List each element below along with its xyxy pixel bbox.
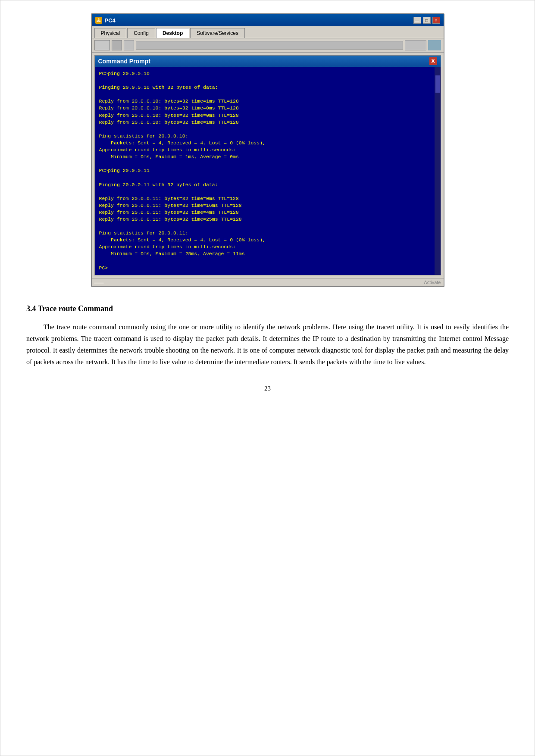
cmd-titlebar: Command Prompt X: [95, 56, 441, 67]
app-icon: 🖧: [95, 17, 102, 24]
tab-desktop[interactable]: Desktop: [156, 28, 189, 38]
tab-physical[interactable]: Physical: [94, 28, 127, 38]
statusbar-left: ——: [94, 280, 104, 285]
cmd-body: PC>ping 20.0.0.10 Pinging 20.0.0.10 with…: [95, 67, 441, 275]
toolbar-icon-2: [112, 40, 122, 50]
cmd-title: Command Prompt: [98, 58, 150, 65]
toolbar: [92, 38, 444, 53]
page-number: 23: [26, 385, 509, 392]
statusbar-right: Activate: [424, 280, 441, 285]
command-prompt-window: Command Prompt X PC>ping 20.0.0.10 Pingi…: [94, 55, 441, 275]
toolbar-icon-4: [405, 40, 426, 50]
minimize-button[interactable]: —: [413, 17, 421, 24]
tab-software-services[interactable]: Software/Services: [190, 28, 245, 38]
scrollbar-thumb[interactable]: [435, 75, 440, 93]
cmd-scrollbar[interactable]: [435, 67, 441, 275]
statusbar: —— Activate: [92, 278, 444, 286]
restore-button[interactable]: □: [423, 17, 431, 24]
cmd-close-button[interactable]: X: [429, 57, 437, 65]
simulator-window: 🖧 PC4 — □ × Physical Config Desktop Soft…: [91, 13, 444, 287]
tab-config[interactable]: Config: [127, 28, 155, 38]
cmd-output: PC>ping 20.0.0.10 Pinging 20.0.0.10 with…: [99, 70, 436, 272]
toolbar-spacer: [136, 41, 403, 50]
page-wrapper: 🖧 PC4 — □ × Physical Config Desktop Soft…: [0, 0, 535, 756]
section-paragraph: The trace route command commonly using t…: [26, 321, 509, 368]
toolbar-icon-5: [428, 40, 441, 50]
close-button[interactable]: ×: [432, 17, 440, 24]
titlebar-left: 🖧 PC4: [95, 17, 116, 24]
tab-bar: Physical Config Desktop Software/Service…: [92, 26, 444, 38]
window-title: PC4: [105, 17, 116, 24]
toolbar-icon-1: [94, 40, 110, 50]
titlebar-controls[interactable]: — □ ×: [413, 17, 440, 24]
toolbar-icon-3: [124, 40, 134, 50]
titlebar: 🖧 PC4 — □ ×: [92, 14, 444, 26]
section-heading: 3.4 Trace route Command: [26, 304, 509, 313]
